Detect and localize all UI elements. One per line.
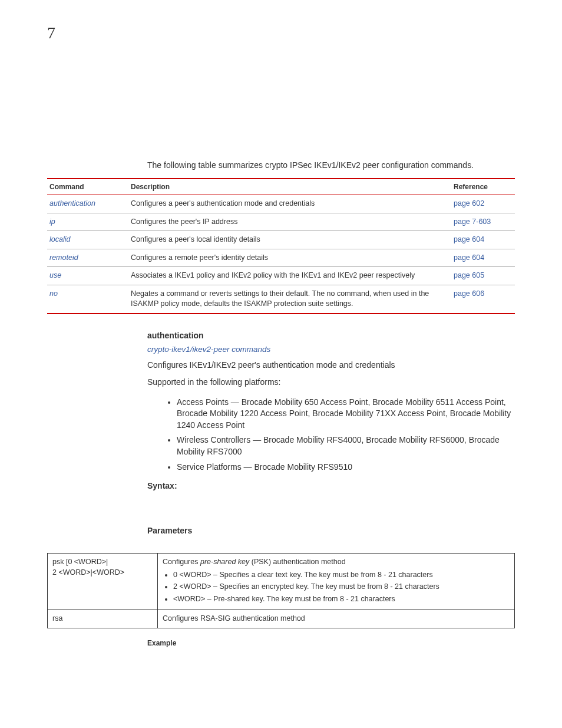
page-ref-link[interactable]: page 7-603 — [454, 218, 491, 226]
table-row: no Negates a command or reverts settings… — [47, 285, 515, 314]
cmd-link[interactable]: ip — [49, 218, 55, 226]
cmd-desc: Configures a peer's authentication mode … — [128, 195, 451, 213]
intro-paragraph: The following table summarizes crypto IP… — [147, 160, 515, 170]
page-content: 7 The following table summarizes crypto … — [0, 0, 562, 671]
list-item: 2 <WORD> – Specifies an encrypted key. T… — [173, 582, 510, 592]
parameters-heading: Parameters — [147, 526, 515, 535]
param-desc-em: pre-shared key — [200, 558, 249, 566]
table-row: ip Configures the peer's IP address page… — [47, 213, 515, 231]
param-desc: Configures RSA-SIG authentication method — [158, 610, 515, 628]
param-desc-text: Configures — [163, 558, 200, 566]
param-bullets: 0 <WORD> – Specifies a clear text key. T… — [173, 570, 510, 605]
section-title: authentication — [147, 331, 515, 340]
table-row: authentication Configures a peer's authe… — [47, 195, 515, 213]
table-row: localid Configures a peer's local identi… — [47, 231, 515, 249]
section-description: Configures IKEv1/IKEv2 peer's authentica… — [147, 360, 515, 371]
cmd-desc: Associates a IKEv1 policy and IKEv2 poli… — [128, 267, 451, 285]
param-name: rsa — [48, 610, 158, 628]
list-item: <WORD> – Pre-shared key. The key must be… — [173, 594, 510, 605]
section-breadcrumb-link[interactable]: crypto-ikev1/ikev2-peer commands — [147, 345, 515, 354]
platforms-list: Access Points — Brocade Mobility 650 Acc… — [165, 397, 515, 473]
cmd-link[interactable]: use — [49, 271, 61, 279]
list-item: 0 <WORD> – Specifies a clear text key. T… — [173, 570, 510, 581]
cmd-desc: Negates a command or reverts settings to… — [128, 285, 451, 314]
param-desc-text: (PSK) authentication method — [249, 558, 345, 566]
cmd-desc: Configures a remote peer's identity deta… — [128, 249, 451, 267]
page-ref-link[interactable]: page 606 — [454, 289, 484, 298]
th-command: Command — [47, 179, 128, 195]
example-heading: Example — [147, 639, 515, 647]
th-description: Description — [128, 179, 451, 195]
chapter-number: 7 — [47, 24, 515, 42]
cmd-desc: Configures a peer's local identity detai… — [128, 231, 451, 249]
param-name: psk [0 <WORD>| 2 <WORD>|<WORD> — [48, 554, 158, 610]
cmd-link[interactable]: remoteid — [49, 253, 78, 262]
cmd-link[interactable]: authentication — [49, 199, 95, 207]
list-item: Wireless Controllers — Brocade Mobility … — [177, 434, 515, 457]
page-ref-link[interactable]: page 604 — [454, 253, 484, 262]
cmd-link[interactable]: no — [49, 289, 58, 298]
page-ref-link[interactable]: page 602 — [454, 199, 484, 207]
cmd-link[interactable]: localid — [49, 235, 70, 243]
list-item: Access Points — Brocade Mobility 650 Acc… — [177, 397, 515, 431]
table-row: rsa Configures RSA-SIG authentication me… — [48, 610, 515, 628]
page-ref-link[interactable]: page 604 — [454, 235, 484, 243]
table-row: psk [0 <WORD>| 2 <WORD>|<WORD> Configure… — [48, 554, 515, 610]
table-row: use Associates a IKEv1 policy and IKEv2 … — [47, 267, 515, 285]
commands-table: Command Description Reference authentica… — [47, 178, 515, 314]
cmd-desc: Configures the peer's IP address — [128, 213, 451, 231]
parameters-table: psk [0 <WORD>| 2 <WORD>|<WORD> Configure… — [47, 553, 515, 628]
param-desc: Configures pre-shared key (PSK) authenti… — [158, 554, 515, 610]
page-ref-link[interactable]: page 605 — [454, 271, 484, 279]
table-row: remoteid Configures a remote peer's iden… — [47, 249, 515, 267]
supported-label: Supported in the following platforms: — [147, 377, 515, 388]
list-item: Service Platforms — Brocade Mobility RFS… — [177, 462, 515, 473]
syntax-heading: Syntax: — [147, 481, 515, 490]
th-reference: Reference — [451, 179, 515, 195]
